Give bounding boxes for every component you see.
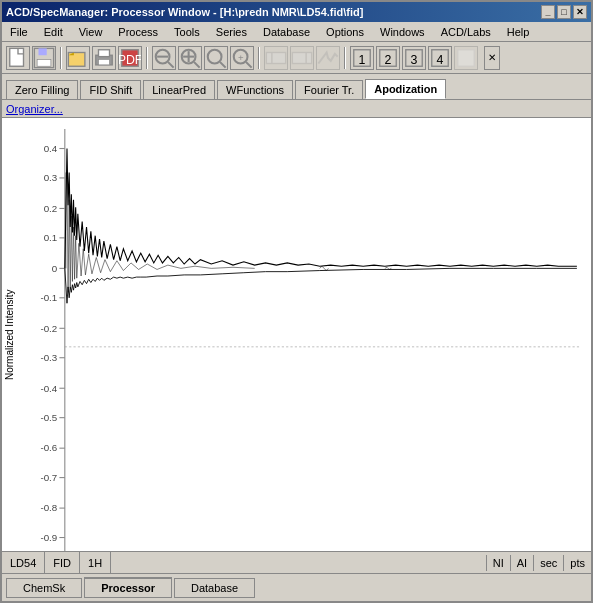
svg-text:0.2: 0.2 bbox=[44, 203, 58, 214]
svg-rect-3 bbox=[37, 59, 51, 66]
status-sec: sec bbox=[533, 555, 563, 571]
status-1h: 1H bbox=[80, 552, 111, 573]
svg-text:-0.2: -0.2 bbox=[40, 323, 57, 334]
chart-svg-container[interactable]: 0.4 0.3 0.2 0.1 0 -0.1 bbox=[16, 118, 591, 551]
print-button[interactable] bbox=[92, 46, 116, 70]
tool2-button[interactable]: 2 bbox=[376, 46, 400, 70]
tab-chemsk[interactable]: ChemSk bbox=[6, 578, 82, 598]
organizer-bar: Organizer... bbox=[2, 100, 591, 118]
svg-text:-0.9: -0.9 bbox=[40, 532, 57, 543]
bottom-tabs: ChemSk Processor Database bbox=[2, 573, 591, 601]
status-right: NI AI sec pts bbox=[486, 555, 591, 571]
svg-text:2: 2 bbox=[385, 52, 392, 66]
menu-windows[interactable]: Windows bbox=[376, 24, 429, 40]
prev-button[interactable] bbox=[264, 46, 288, 70]
svg-line-19 bbox=[220, 62, 226, 68]
zoom-out-button[interactable] bbox=[152, 46, 176, 70]
tab-apodization[interactable]: Apodization bbox=[365, 79, 446, 99]
svg-text:4: 4 bbox=[437, 52, 444, 66]
svg-rect-7 bbox=[99, 49, 110, 56]
menu-database[interactable]: Database bbox=[259, 24, 314, 40]
menu-process[interactable]: Process bbox=[114, 24, 162, 40]
svg-rect-23 bbox=[266, 52, 285, 63]
status-ai: AI bbox=[510, 555, 533, 571]
svg-text:-0.7: -0.7 bbox=[40, 472, 57, 483]
separator-4 bbox=[344, 47, 346, 69]
next-button[interactable] bbox=[290, 46, 314, 70]
menu-help[interactable]: Help bbox=[503, 24, 534, 40]
separator-3 bbox=[258, 47, 260, 69]
menu-file[interactable]: File bbox=[6, 24, 32, 40]
menu-options[interactable]: Options bbox=[322, 24, 368, 40]
spectrum-button[interactable] bbox=[316, 46, 340, 70]
menu-series[interactable]: Series bbox=[212, 24, 251, 40]
zoom-select-button[interactable] bbox=[204, 46, 228, 70]
svg-rect-36 bbox=[16, 118, 591, 551]
close-button[interactable]: ✕ bbox=[573, 5, 587, 19]
svg-text:-0.6: -0.6 bbox=[40, 442, 57, 453]
y-axis-label: Normalized Intensity bbox=[2, 118, 16, 551]
svg-text:3: 3 bbox=[411, 52, 418, 66]
svg-text:+: + bbox=[238, 51, 244, 62]
tool4-button[interactable]: 4 bbox=[428, 46, 452, 70]
svg-text:0.1: 0.1 bbox=[44, 232, 58, 243]
svg-rect-2 bbox=[39, 48, 47, 55]
svg-point-18 bbox=[208, 49, 222, 63]
zoom-fit-button[interactable]: + bbox=[230, 46, 254, 70]
tab-fourier-tr[interactable]: Fourier Tr. bbox=[295, 80, 363, 99]
tool3-button[interactable]: 3 bbox=[402, 46, 426, 70]
menu-tools[interactable]: Tools bbox=[170, 24, 204, 40]
svg-line-17 bbox=[194, 62, 200, 68]
title-bar: ACD/SpecManager: Processor Window - [H:\… bbox=[2, 2, 591, 22]
menu-acdlabs[interactable]: ACD/Labs bbox=[437, 24, 495, 40]
tab-linearpred[interactable]: LinearPred bbox=[143, 80, 215, 99]
status-bar: LD54 FID 1H NI AI sec pts bbox=[2, 551, 591, 573]
minimize-button[interactable]: _ bbox=[541, 5, 555, 19]
menu-view[interactable]: View bbox=[75, 24, 107, 40]
svg-text:-0.3: -0.3 bbox=[40, 352, 57, 363]
tool5-button[interactable] bbox=[454, 46, 478, 70]
tab-fid-shift[interactable]: FID Shift bbox=[80, 80, 141, 99]
open-button[interactable] bbox=[66, 46, 90, 70]
tab-database[interactable]: Database bbox=[174, 578, 255, 598]
svg-rect-0 bbox=[10, 48, 24, 66]
menu-bar: File Edit View Process Tools Series Data… bbox=[2, 22, 591, 42]
toolbar: PDF + 1 2 3 bbox=[2, 42, 591, 74]
processing-tabs: Zero Filling FID Shift LinearPred WFunct… bbox=[2, 74, 591, 100]
svg-rect-8 bbox=[99, 59, 110, 65]
tab-zero-filling[interactable]: Zero Filling bbox=[6, 80, 78, 99]
separator-2 bbox=[146, 47, 148, 69]
svg-text:-0.8: -0.8 bbox=[40, 502, 57, 513]
maximize-button[interactable]: □ bbox=[557, 5, 571, 19]
svg-text:0.4: 0.4 bbox=[44, 143, 58, 154]
svg-text:0: 0 bbox=[52, 263, 58, 274]
svg-rect-25 bbox=[292, 52, 311, 63]
svg-text:0.3: 0.3 bbox=[44, 172, 58, 183]
separator-1 bbox=[60, 47, 62, 69]
chart-inner: 0.4 0.3 0.2 0.1 0 -0.1 bbox=[16, 118, 591, 551]
chart-svg: 0.4 0.3 0.2 0.1 0 -0.1 bbox=[16, 118, 591, 551]
tool1-button[interactable]: 1 bbox=[350, 46, 374, 70]
tab-wfunctions[interactable]: WFunctions bbox=[217, 80, 293, 99]
menu-edit[interactable]: Edit bbox=[40, 24, 67, 40]
svg-text:-0.1: -0.1 bbox=[40, 292, 57, 303]
svg-line-13 bbox=[168, 62, 174, 68]
status-ni: NI bbox=[486, 555, 510, 571]
main-window: ACD/SpecManager: Processor Window - [H:\… bbox=[0, 0, 593, 603]
svg-rect-35 bbox=[458, 49, 475, 66]
title-text: ACD/SpecManager: Processor Window - [H:\… bbox=[6, 6, 363, 18]
svg-line-21 bbox=[246, 62, 252, 68]
save-button[interactable] bbox=[32, 46, 56, 70]
svg-text:1: 1 bbox=[359, 52, 366, 66]
panel-close-button[interactable]: ✕ bbox=[484, 46, 500, 70]
status-fid: FID bbox=[45, 552, 80, 573]
zoom-in-button[interactable] bbox=[178, 46, 202, 70]
organizer-link[interactable]: Organizer... bbox=[6, 103, 63, 115]
status-pts: pts bbox=[563, 555, 591, 571]
tab-processor[interactable]: Processor bbox=[84, 577, 172, 598]
new-button[interactable] bbox=[6, 46, 30, 70]
svg-text:PDF: PDF bbox=[119, 52, 141, 66]
export-button[interactable]: PDF bbox=[118, 46, 142, 70]
svg-text:-0.5: -0.5 bbox=[40, 412, 57, 423]
chart-area: Normalized Intensity 0.4 bbox=[2, 118, 591, 551]
